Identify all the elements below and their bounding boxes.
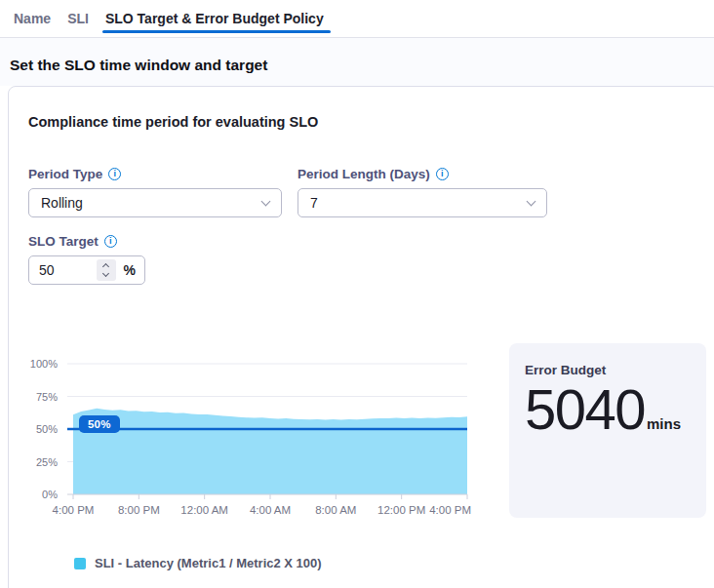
error-budget-value: 5040 [525, 377, 645, 443]
chevron-down-icon [527, 197, 536, 207]
tab-slo-target-error-budget-policy[interactable]: SLO Target & Error Budget Policy [104, 0, 325, 37]
x-axis-label: 4:00 PM [429, 504, 471, 516]
slo-target-label: SLO Target [28, 234, 99, 249]
wizard-tabs: Name SLI SLO Target & Error Budget Polic… [0, 0, 714, 37]
slo-settings-card: Compliance time period for evaluating SL… [8, 86, 714, 588]
sli-area-chart: 50% [67, 364, 467, 500]
legend-swatch-icon [74, 558, 86, 569]
period-type-value: Rolling [41, 195, 83, 211]
slo-target-stepper[interactable] [97, 259, 116, 281]
y-axis-label: 75% [36, 391, 58, 403]
period-type-field: Period Type i Rolling [28, 167, 282, 217]
period-type-select[interactable]: Rolling [28, 188, 282, 217]
chart-canvas [67, 364, 467, 500]
stepper-down-icon[interactable] [102, 270, 109, 277]
info-icon[interactable]: i [104, 235, 117, 248]
subheader-strip: Set the SLO time window and target [0, 38, 714, 86]
period-length-value: 7 [310, 195, 318, 211]
slo-target-badge: 50% [79, 415, 120, 433]
period-length-field: Period Length (Days) i 7 [298, 167, 547, 217]
y-axis-label: 25% [36, 456, 58, 468]
chart-legend-item[interactable]: SLI - Latency (Metric1 / Metric2 X 100) [74, 556, 322, 570]
chevron-down-icon [261, 197, 271, 207]
slo-target-field: SLO Target i 50 % [28, 234, 145, 285]
slo-config-page: Name SLI SLO Target & Error Budget Polic… [0, 0, 714, 588]
period-length-label: Period Length (Days) [298, 167, 430, 181]
error-budget-panel: Error Budget 5040 mins [509, 343, 706, 518]
x-axis-label: 12:00 PM [377, 504, 425, 516]
x-axis-label: 4:00 PM [53, 504, 95, 516]
percent-unit-label: % [124, 262, 136, 278]
info-icon[interactable]: i [436, 168, 449, 180]
legend-label: SLI - Latency (Metric1 / Metric2 X 100) [95, 556, 322, 570]
period-form-row: Period Type i Rolling Period Length (Day… [28, 167, 547, 217]
y-axis-label: 50% [36, 423, 58, 435]
sli-area-series [73, 409, 467, 494]
y-axis-label: 100% [30, 358, 58, 370]
tab-sli[interactable]: SLI [66, 0, 90, 37]
x-axis-label: 8:00 AM [315, 504, 356, 516]
x-axis-label: 12:00 AM [180, 504, 228, 516]
stepper-up-icon[interactable] [102, 263, 109, 270]
period-type-label: Period Type [28, 167, 102, 181]
slo-target-value[interactable]: 50 [39, 262, 97, 278]
x-axis-label: 8:00 PM [118, 504, 160, 516]
page-title: Set the SLO time window and target [10, 57, 267, 74]
y-axis-label: 0% [42, 489, 58, 500]
compliance-section-title: Compliance time period for evaluating SL… [28, 114, 318, 130]
x-axis-labels: 4:00 PM8:00 PM12:00 AM4:00 AM8:00 AM12:0… [67, 504, 467, 518]
error-budget-unit: mins [647, 415, 681, 432]
period-length-select[interactable]: 7 [298, 188, 547, 217]
slo-target-input[interactable]: 50 % [28, 255, 145, 285]
x-axis-label: 4:00 AM [250, 504, 291, 516]
error-budget-title: Error Budget [525, 363, 691, 377]
y-axis-labels: 0%25%50%75%100% [15, 364, 58, 494]
tab-name[interactable]: Name [13, 0, 52, 37]
info-icon[interactable]: i [108, 168, 121, 180]
